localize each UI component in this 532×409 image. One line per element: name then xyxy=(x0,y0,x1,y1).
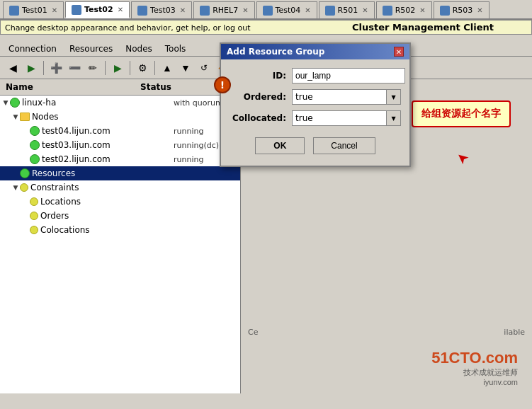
toolbar-up-btn[interactable]: ▲ xyxy=(159,59,176,76)
dialog-body: ID: Ordered: true ▼ Collocated: true ▼ xyxy=(221,59,409,166)
node-icon-test03 xyxy=(30,140,40,150)
tree-label-linux-ha: linux-ha xyxy=(22,98,168,108)
tree-row-constraints[interactable]: ▼ Constraints xyxy=(0,180,240,195)
toolbar-add-btn[interactable]: ➕ xyxy=(47,59,64,76)
tab-close-test02[interactable]: ✕ xyxy=(118,6,123,13)
dialog-ordered-arrow[interactable]: ▼ xyxy=(386,90,400,104)
tab-test03[interactable]: Test03 ✕ xyxy=(131,1,192,18)
node-icon-constraints xyxy=(20,183,28,192)
tab-close-r502[interactable]: ✕ xyxy=(419,6,425,14)
dialog-collocated-arrow[interactable]: ▼ xyxy=(386,111,400,125)
tab-icon-test04 xyxy=(263,6,273,16)
left-panel: Name Status ▼ linux-ha with quorum ▼ Nod… xyxy=(0,79,241,393)
dialog-ordered-field: Ordered: true ▼ xyxy=(230,89,401,105)
add-resource-group-dialog[interactable]: Add Resource Group ✕ ! ID: Ordered: true… xyxy=(220,42,411,167)
menu-connection[interactable]: Connection xyxy=(3,42,62,55)
tab-r502[interactable]: R502 ✕ xyxy=(376,1,432,18)
toolbar-forward-btn[interactable]: ▶ xyxy=(23,59,40,76)
dialog-ordered-label: Ordered: xyxy=(230,92,286,102)
avail-text: ilable xyxy=(504,328,525,337)
toolbar-back-btn[interactable]: ◀ xyxy=(4,59,21,76)
tab-close-r503[interactable]: ✕ xyxy=(477,6,482,14)
right-ce-label: Ce xyxy=(248,328,258,337)
annotation-bubble: 给组资源起个名字 xyxy=(412,100,511,127)
toolbar-start-btn[interactable]: ▶ xyxy=(109,59,126,76)
dialog-ok-btn[interactable]: OK xyxy=(255,137,305,154)
menu-tools[interactable]: Tools xyxy=(159,42,192,55)
dialog-ordered-select[interactable]: true ▼ xyxy=(292,89,401,105)
tab-test02[interactable]: Test02 ✕ xyxy=(65,1,130,18)
tab-rhel7[interactable]: RHEL7 ✕ xyxy=(193,1,254,18)
node-icon-colocations xyxy=(30,226,38,234)
dialog-collocated-field: Collocated: true ▼ xyxy=(230,110,401,126)
tree-label-colocations: Colocations xyxy=(40,225,168,235)
tree-row-test03[interactable]: test03.lijun.com running(dc) xyxy=(0,138,240,152)
tree-col-status: Status xyxy=(137,81,174,93)
tab-label-r502: R502 xyxy=(395,6,416,15)
toolbar-sep-2 xyxy=(105,61,106,75)
window-title: Cluster Management Client xyxy=(352,22,494,33)
expand-icon-test03 xyxy=(21,141,30,149)
toolbar-refresh-btn[interactable]: ↺ xyxy=(196,59,213,76)
node-icon-test02 xyxy=(30,154,40,164)
watermark-top: 51CTO.com xyxy=(431,349,518,367)
tree-row-resources[interactable]: Resources xyxy=(0,166,240,180)
tree-label-orders: Orders xyxy=(40,211,168,221)
tree-label-nodes: Nodes xyxy=(32,112,168,122)
watermark-bottom-1: 技术成就运维师 xyxy=(431,367,518,378)
dialog-ordered-value: true xyxy=(293,91,386,103)
node-icon-resources xyxy=(20,168,30,178)
annotation-text: 给组资源起个名字 xyxy=(421,108,501,119)
tab-close-test04[interactable]: ✕ xyxy=(305,6,310,14)
tree-row-nodes[interactable]: ▼ Nodes xyxy=(0,110,240,124)
dialog-collocated-label: Collocated: xyxy=(230,113,286,123)
tree-label-locations: Locations xyxy=(40,197,168,207)
node-icon-locations xyxy=(30,197,38,206)
dialog-cancel-btn[interactable]: Cancel xyxy=(313,137,375,154)
tree-row-orders[interactable]: Orders xyxy=(0,209,240,223)
tree-row-colocations[interactable]: Colocations xyxy=(0,223,240,237)
tab-label-test01: Test01 xyxy=(22,6,47,15)
tree-label-constraints: Constraints xyxy=(30,183,168,192)
tree-row-test04[interactable]: test04.lijun.com running xyxy=(0,124,240,138)
annotation-arrow: ➤ xyxy=(452,148,472,168)
tab-close-test01[interactable]: ✕ xyxy=(52,6,57,14)
tree-label-test04: test04.lijun.com xyxy=(42,126,168,136)
dialog-collocated-select[interactable]: true ▼ xyxy=(292,110,401,126)
tree-row-locations[interactable]: Locations xyxy=(0,195,240,209)
tree-body: ▼ linux-ha with quorum ▼ Nodes xyxy=(0,96,240,393)
expand-icon-locations xyxy=(21,197,30,206)
tab-icon-test02 xyxy=(72,5,81,15)
tab-icon-r503 xyxy=(440,6,450,16)
tab-r503[interactable]: R503 ✕ xyxy=(434,1,489,18)
tab-label-r501: R501 xyxy=(338,6,358,15)
tab-close-rhel7[interactable]: ✕ xyxy=(242,6,248,14)
tab-test01[interactable]: Test01 ✕ xyxy=(3,1,64,18)
expand-icon-test04 xyxy=(21,127,30,135)
menu-nodes[interactable]: Nodes xyxy=(120,42,158,55)
dialog-id-input[interactable] xyxy=(292,68,405,83)
tab-label-test04: Test04 xyxy=(276,6,301,15)
dialog-close-btn[interactable]: ✕ xyxy=(394,47,404,57)
toolbar-settings-btn[interactable]: ⚙ xyxy=(134,59,151,76)
node-icon-orders xyxy=(30,212,38,220)
tree-row-linux-ha[interactable]: ▼ linux-ha with quorum xyxy=(0,96,240,110)
tree-row-test02[interactable]: test02.lijun.com running xyxy=(0,152,240,166)
toolbar-edit-btn[interactable]: ✏ xyxy=(84,59,101,76)
tree-header: Name Status xyxy=(0,79,240,96)
dialog-buttons: OK Cancel xyxy=(230,132,401,157)
tab-close-r501[interactable]: ✕ xyxy=(362,6,368,14)
tooltip-text: Change desktop appearance and behavior, … xyxy=(5,23,251,33)
tab-icon-test01 xyxy=(9,6,19,16)
toolbar-down-btn[interactable]: ▼ xyxy=(177,59,194,76)
menu-resources[interactable]: Resources xyxy=(64,42,118,55)
right-avail-label: ilable xyxy=(504,328,525,337)
tab-r501[interactable]: R501 ✕ xyxy=(319,1,375,18)
tab-close-test03[interactable]: ✕ xyxy=(180,6,186,14)
node-icon-nodes xyxy=(20,113,30,121)
toolbar-remove-btn[interactable]: ➖ xyxy=(66,59,83,76)
expand-icon-constraints: ▼ xyxy=(11,183,20,192)
tab-test04[interactable]: Test04 ✕ xyxy=(256,1,317,18)
dialog-id-field: ID: xyxy=(230,68,401,83)
ce-text: Ce xyxy=(248,328,258,337)
